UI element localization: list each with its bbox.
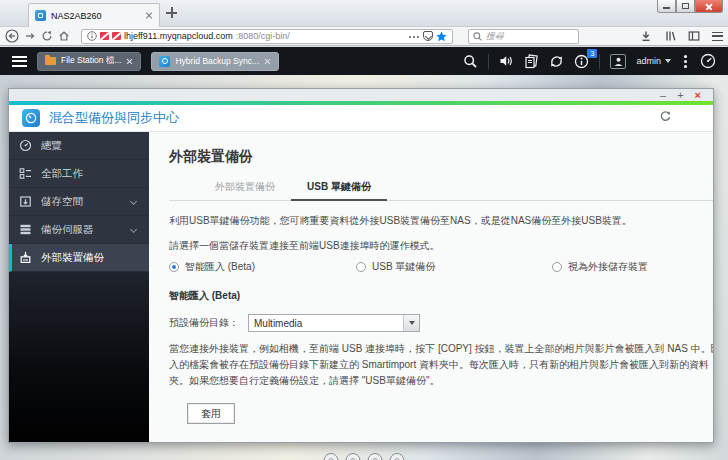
tab-close-icon[interactable] (126, 58, 133, 65)
mode-prompt-text: 請選擇一個當儲存裝置連接至前端USB連接埠時的運作模式。 (169, 239, 693, 253)
dock-icon[interactable] (346, 453, 361, 460)
desktop-dock (324, 453, 405, 460)
plugin-blocked-icon-2[interactable] (112, 32, 121, 40)
sidebar-item-storage[interactable]: 儲存空間 (9, 188, 149, 216)
sidebar-item-label: 備份伺服器 (41, 223, 122, 237)
section-title: 智能匯入 (Beta) (169, 289, 693, 303)
tab-close-icon[interactable] (145, 12, 153, 20)
os-maximize-button[interactable] (676, 0, 695, 13)
app-tab-label: Hybrid Backup Sync... (175, 56, 259, 66)
tab-close-icon[interactable] (264, 58, 271, 65)
apply-button[interactable]: 套用 (187, 403, 235, 424)
page-title: 外部裝置備份 (169, 148, 693, 166)
default-directory-row: 預設備份目錄： Multimedia (169, 314, 693, 332)
close-icon (705, 2, 713, 10)
dashboard-button[interactable] (700, 53, 716, 69)
default-directory-label: 預設備份目錄： (169, 316, 239, 330)
qnap-search-button[interactable] (463, 54, 478, 69)
qnap-desktop: File Station 檔... Hybrid Backup Sync... (0, 47, 728, 460)
os-window-controls (657, 0, 723, 13)
browser-tab[interactable]: NAS2AB260 (28, 3, 160, 27)
default-directory-select[interactable]: Multimedia (248, 314, 420, 332)
page-actions-icon[interactable] (409, 35, 420, 38)
window-maximize-button[interactable]: + (677, 90, 683, 100)
window-minimize-button[interactable]: – (660, 90, 666, 100)
sidebar-item-label: 總覽 (41, 139, 139, 153)
mode-label: USB 單鍵備份 (372, 260, 435, 274)
forward-button[interactable] (24, 30, 36, 42)
search-bar[interactable] (468, 29, 579, 44)
select-dropdown-button[interactable] (403, 315, 419, 331)
gauge-icon (19, 139, 32, 152)
browser-titlebar: NAS2AB260 (0, 0, 728, 27)
radio-icon[interactable] (552, 262, 562, 272)
storage-icon (19, 195, 32, 208)
checklist-icon (19, 167, 32, 180)
os-close-button[interactable] (695, 0, 723, 13)
new-tab-button[interactable] (166, 7, 177, 18)
notifications-button[interactable]: 3 (574, 54, 589, 69)
app-sidebar: 總覽 全部工作 儲存空間 備份伺服器 (9, 132, 149, 442)
search-input[interactable] (486, 31, 566, 41)
volume-button[interactable] (499, 54, 514, 68)
firmware-update-button[interactable] (549, 54, 564, 69)
dock-icon[interactable] (324, 453, 339, 460)
main-content: 外部裝置備份 外部裝置備份 USB 單鍵備份 利用USB單鍵備份功能，您可將重要… (149, 132, 713, 442)
tab-external-device-backup[interactable]: 外部裝置備份 (199, 177, 291, 200)
sidebar-item-overview[interactable]: 總覽 (9, 132, 149, 160)
content-tabs: 外部裝置備份 USB 單鍵備份 (169, 177, 713, 201)
mode-option-usb-one-touch[interactable]: USB 單鍵備份 (356, 260, 552, 274)
qnap-top-bar: File Station 檔... Hybrid Backup Sync... (0, 47, 728, 75)
user-avatar[interactable] (610, 54, 626, 69)
search-icon (473, 32, 482, 41)
sidebar-filler (9, 272, 149, 442)
home-button[interactable] (58, 30, 70, 42)
app-title: 混合型備份與同步中心 (49, 109, 650, 127)
chevron-down-icon (130, 226, 137, 233)
os-minimize-button[interactable] (657, 0, 676, 13)
app-tab-hybrid-backup-sync[interactable]: Hybrid Backup Sync... (151, 52, 279, 71)
radio-icon[interactable] (356, 262, 366, 272)
background-tasks-button[interactable] (524, 54, 539, 69)
app-titlebar: 混合型備份與同步中心 (9, 105, 713, 132)
pocket-icon[interactable] (423, 31, 433, 41)
tab-usb-one-touch-backup[interactable]: USB 單鍵備份 (291, 177, 387, 201)
dock-icon[interactable] (368, 453, 383, 460)
sidebar-item-external-device-backup[interactable]: 外部裝置備份 (9, 244, 149, 272)
hybrid-backup-sync-icon (22, 109, 40, 127)
app-tab-file-station[interactable]: File Station 檔... (37, 52, 141, 71)
hbs-app-window: – + × 混合型備份與同步中心 (8, 88, 714, 443)
screen: NAS2AB260 lhjeff911.myqnapcloud.com (0, 0, 728, 460)
main-menu-button[interactable] (12, 56, 27, 67)
hamburger-icon (12, 56, 27, 67)
sidebar-toggle-button[interactable] (688, 30, 700, 42)
bookmark-star-icon[interactable] (436, 31, 447, 42)
downloads-button[interactable] (640, 30, 652, 42)
hybrid-backup-sync-icon (159, 56, 170, 67)
dock-icon[interactable] (390, 453, 405, 460)
hamburger-icon (712, 32, 723, 41)
library-button[interactable] (664, 30, 676, 42)
url-bar[interactable]: lhjeff911.myqnapcloud.com :8080/cgi-bin/ (81, 29, 453, 44)
reload-button[interactable] (41, 30, 53, 42)
smart-import-description: 當您連接外接裝置，例如相機，至前端 USB 連接埠時，按下 [COPY] 按鈕，… (169, 341, 713, 389)
radio-checked-icon[interactable] (169, 262, 179, 272)
url-domain: lhjeff911.myqnapcloud.com (124, 31, 233, 41)
sidebar-item-all-jobs[interactable]: 全部工作 (9, 160, 149, 188)
more-options-button[interactable] (681, 60, 690, 63)
mode-option-external-storage[interactable]: 視為外接儲存裝置 (552, 260, 648, 274)
mode-options: 智能匯入 (Beta) USB 單鍵備份 視為外接儲存裝置 (169, 260, 693, 274)
sidebar-item-backup-server[interactable]: 備份伺服器 (9, 216, 149, 244)
maximize-icon (682, 3, 689, 9)
minimize-icon (663, 7, 670, 9)
site-info-icon[interactable] (87, 31, 97, 41)
menu-button[interactable] (712, 32, 723, 41)
app-refresh-button[interactable] (659, 109, 672, 127)
mode-option-smart-import[interactable]: 智能匯入 (Beta) (169, 260, 356, 274)
plugin-blocked-icon[interactable] (100, 32, 109, 40)
vertical-dots-icon (684, 60, 687, 63)
window-close-button[interactable]: × (695, 90, 701, 100)
server-icon (19, 223, 32, 236)
back-button[interactable] (5, 29, 19, 43)
user-menu[interactable]: admin (636, 56, 671, 66)
